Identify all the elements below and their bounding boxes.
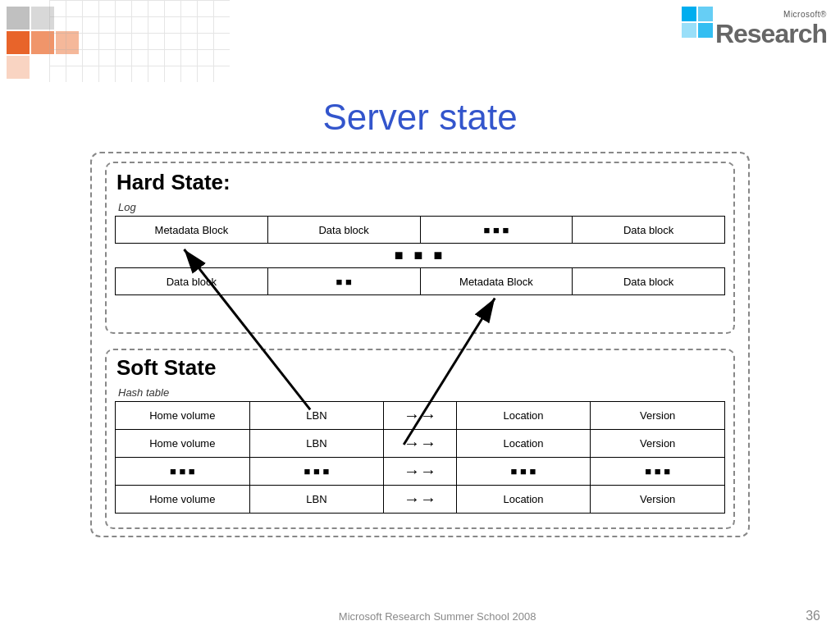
soft-state-table: Home volume LBN →→ Location Version Home… [115,401,725,514]
diagram: Hard State: Log Metadata Block Data bloc… [90,152,750,581]
ms-logo-research-text: Research [715,21,827,47]
hard-cell-1-4: Data block [573,217,725,243]
hard-table-row-1: Metadata Block Data block ■ ■ ■ Data blo… [115,216,725,243]
soft-table-row-dots: ■ ■ ■ ■ ■ ■ →→ ■ ■ ■ ■ ■ ■ [115,457,725,485]
soft-state-box: Soft State Hash table Home volume LBN →→… [105,349,735,529]
ms-logo-small-text: Microsoft® [783,10,827,19]
hard-cell-2-4: Data block [573,268,725,294]
soft-state-title: Soft State [116,355,216,381]
hard-cell-2-2: ■ ■ [268,268,421,294]
soft-cell-2-3: Location [457,430,591,457]
soft-table-row-3: Home volume LBN →→ Location Version [115,485,725,514]
hard-table-row-2: Data block ■ ■ Metadata Block Data block [115,267,725,295]
hard-cell-2-3: Metadata Block [421,268,573,294]
ms-sq-blue-2 [698,7,713,21]
footer-text: Microsoft Research Summer School 2008 [69,610,806,623]
ms-sq-blue-1 [682,7,696,21]
hard-dots-text: ■ ■ ■ [395,247,446,264]
soft-cell-2-2: LBN [250,430,385,457]
soft-table-row-2: Home volume LBN →→ Location Version [115,429,725,457]
soft-cell-1-4: Version [591,402,725,429]
ms-logo-squares [682,7,713,38]
hash-table-label: Hash table [118,386,169,399]
page-number: 36 [806,609,820,623]
hard-state-box: Hard State: Log Metadata Block Data bloc… [105,162,735,334]
soft-table-row-1: Home volume LBN →→ Location Version [115,401,725,429]
deco-sq [7,31,30,54]
header: Microsoft® Research [0,0,840,90]
soft-cell-3-arrow: →→ [384,486,456,513]
background-grid [49,0,230,82]
ms-research-logo: Microsoft® Research [715,10,827,47]
soft-cell-3-2: LBN [250,486,385,513]
footer: Microsoft Research Summer School 2008 36 [0,609,840,623]
ms-sq-blue-3 [682,23,696,38]
soft-cell-d-arrow: →→ [384,458,456,485]
soft-cell-1-arrow: →→ [384,402,456,429]
hard-cell-2-1: Data block [115,268,268,294]
log-label: Log [118,201,136,213]
soft-cell-3-1: Home volume [115,486,250,513]
outer-dashed-box: Hard State: Log Metadata Block Data bloc… [90,152,750,537]
hard-dots-row: ■ ■ ■ [115,243,725,267]
deco-sq [7,7,30,30]
deco-sq [7,56,30,79]
page-title: Server state [0,97,840,138]
soft-cell-2-1: Home volume [115,430,250,457]
hard-state-table: Metadata Block Data block ■ ■ ■ Data blo… [115,216,725,295]
soft-cell-d-1: ■ ■ ■ [115,458,250,485]
soft-cell-1-2: LBN [250,402,385,429]
hard-cell-1-3: ■ ■ ■ [421,217,573,243]
hard-cell-1-1: Metadata Block [115,217,268,243]
soft-cell-d-3: ■ ■ ■ [457,458,591,485]
hard-state-title: Hard State: [116,170,231,195]
soft-cell-d-2: ■ ■ ■ [250,458,385,485]
soft-cell-3-3: Location [457,486,591,513]
soft-cell-d-4: ■ ■ ■ [591,458,725,485]
soft-cell-2-4: Version [591,430,725,457]
soft-cell-3-4: Version [591,486,725,513]
soft-cell-2-arrow: →→ [384,430,456,457]
ms-sq-blue-4 [698,23,713,38]
hard-cell-1-2: Data block [268,217,421,243]
soft-cell-1-1: Home volume [115,402,250,429]
soft-cell-1-3: Location [457,402,591,429]
